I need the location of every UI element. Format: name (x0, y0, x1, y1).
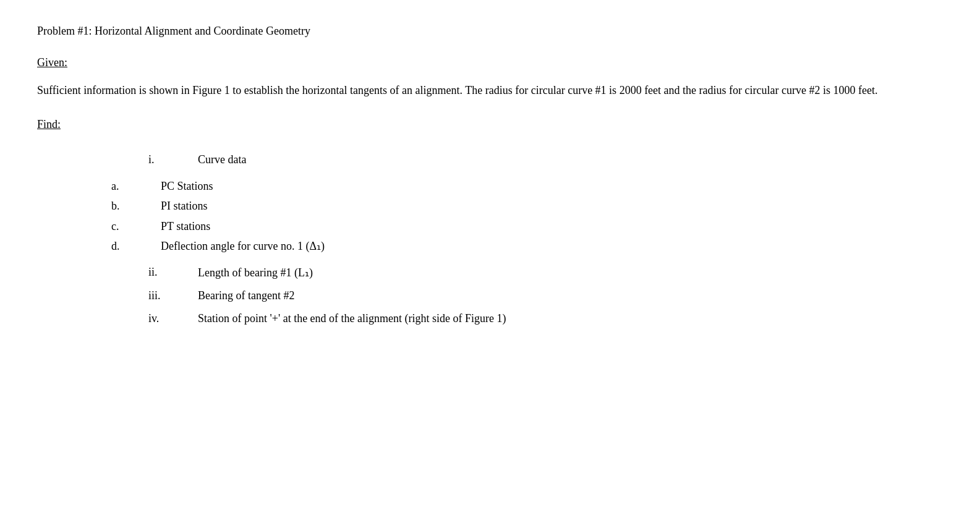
text-c: PT stations (161, 216, 210, 236)
find-section: Find: i. Curve data a. PC Stations b. PI… (37, 118, 943, 326)
text-i: Curve data (198, 153, 246, 166)
text-d: Deflection angle for curve no. 1 (Δ₁) (161, 236, 325, 256)
text-b: PI stations (161, 196, 208, 216)
numeral-iii: iii. (148, 289, 198, 302)
numeral-ii: ii. (148, 266, 198, 279)
label-a: a. (111, 176, 161, 196)
label-d: d. (111, 236, 161, 256)
given-label: Given: (37, 56, 67, 69)
find-items: i. Curve data a. PC Stations b. PI stati… (74, 153, 943, 326)
numeral-iv: iv. (148, 312, 198, 325)
label-b: b. (111, 196, 161, 216)
problem-title: Problem #1: Horizontal Alignment and Coo… (37, 25, 943, 38)
find-item-c: c. PT stations (111, 216, 943, 236)
text-iii: Bearing of tangent #2 (198, 289, 294, 302)
find-item-a: a. PC Stations (111, 176, 943, 196)
label-c: c. (111, 216, 161, 236)
given-text: Sufficient information is shown in Figur… (37, 82, 903, 100)
alpha-items: a. PC Stations b. PI stations c. PT stat… (111, 176, 943, 257)
title-text: Problem #1: Horizontal Alignment and Coo… (37, 25, 310, 37)
find-label: Find: (37, 118, 61, 131)
find-item-iv: iv. Station of point '+' at the end of t… (148, 312, 943, 325)
numeral-i: i. (148, 153, 198, 166)
text-ii: Length of bearing #1 (L₁) (198, 266, 313, 279)
find-item-b: b. PI stations (111, 196, 943, 216)
find-item-ii: ii. Length of bearing #1 (L₁) (148, 266, 943, 279)
text-iv: Station of point '+' at the end of the a… (198, 312, 506, 325)
find-item-i: i. Curve data (148, 153, 943, 166)
text-a: PC Stations (161, 176, 213, 196)
find-item-iii: iii. Bearing of tangent #2 (148, 289, 943, 302)
find-item-d: d. Deflection angle for curve no. 1 (Δ₁) (111, 236, 943, 256)
given-section: Given: Sufficient information is shown i… (37, 56, 943, 100)
